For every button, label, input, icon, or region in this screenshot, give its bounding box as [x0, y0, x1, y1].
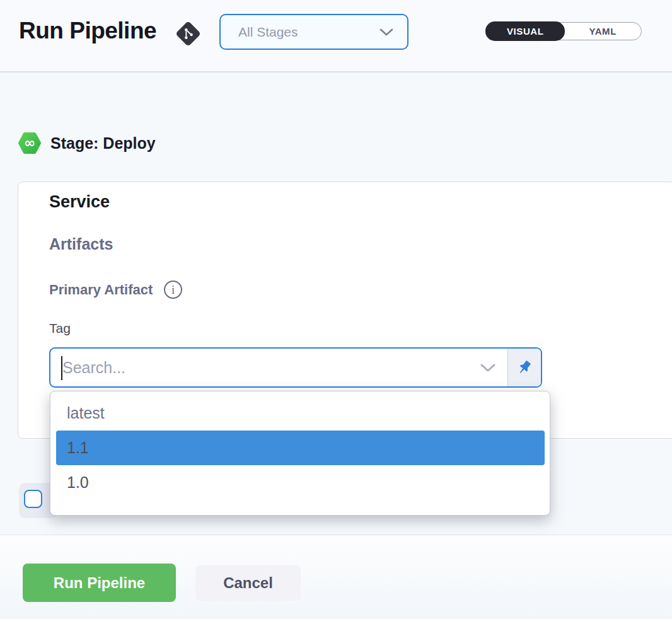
stage-selector-value: All Stages	[238, 25, 298, 40]
artifacts-title: Artifacts	[49, 235, 113, 253]
service-title: Service	[49, 192, 110, 212]
tag-options-menu: latest 1.1 1.0	[50, 391, 550, 516]
tab-visual[interactable]: VISUAL	[485, 21, 565, 41]
pin-button[interactable]	[507, 349, 541, 386]
info-icon[interactable]: i	[164, 281, 182, 299]
footer-bar: Run Pipeline Cancel	[0, 535, 672, 619]
visual-yaml-toggle: VISUAL YAML	[485, 22, 642, 40]
svg-text:∞: ∞	[24, 135, 35, 151]
tag-combobox	[49, 347, 542, 388]
header-bar: Run Pipeline All Stages VISUAL YAML	[0, 0, 672, 72]
git-branch-glyph	[182, 27, 195, 40]
chevron-down-icon	[379, 28, 393, 37]
primary-artifact-row: Primary Artifact i	[49, 281, 182, 299]
stage-heading-row: ∞ Stage: Deploy	[18, 130, 156, 156]
stage-heading-label: Stage: Deploy	[50, 134, 156, 153]
cancel-button[interactable]: Cancel	[195, 565, 301, 601]
page-title: Run Pipeline	[19, 18, 156, 44]
tag-option-1-0[interactable]: 1.0	[50, 465, 550, 500]
tag-search-wrap	[50, 349, 468, 386]
tab-yaml[interactable]: YAML	[564, 22, 641, 40]
primary-artifact-label: Primary Artifact	[49, 282, 153, 298]
tag-dropdown-chevron-zone[interactable]	[468, 349, 507, 386]
tag-search-input[interactable]	[50, 349, 468, 386]
run-pipeline-button[interactable]: Run Pipeline	[23, 564, 176, 602]
stage-selector-dropdown[interactable]: All Stages	[219, 14, 408, 50]
cd-stage-icon: ∞	[18, 130, 42, 156]
tag-label: Tag	[49, 321, 71, 336]
tag-option-latest[interactable]: latest	[50, 396, 550, 431]
pin-icon	[513, 356, 536, 379]
chevron-down-icon	[480, 363, 495, 373]
git-icon	[175, 21, 201, 47]
text-cursor	[61, 356, 62, 380]
skip-checkbox[interactable]	[24, 490, 42, 508]
tag-option-1-1[interactable]: 1.1	[56, 431, 545, 465]
